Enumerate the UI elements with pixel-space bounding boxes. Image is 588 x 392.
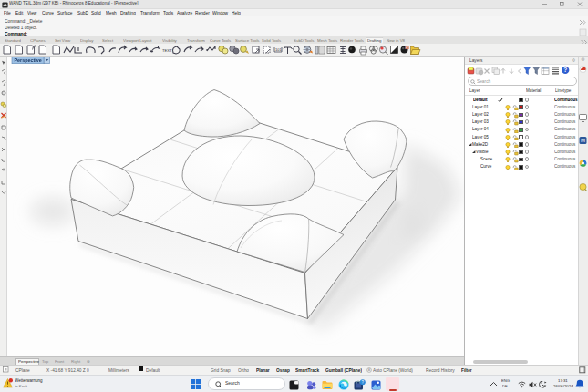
svg-text:⚙: ⚙: [581, 57, 585, 62]
svg-text:101: 101: [275, 47, 282, 52]
svg-text:Perspective: Perspective: [15, 57, 42, 63]
svg-text:M: M: [581, 138, 585, 143]
svg-text:?: ?: [563, 67, 567, 73]
svg-text:RT: RT: [406, 46, 409, 50]
svg-text:TEXT: TEXT: [162, 48, 172, 53]
